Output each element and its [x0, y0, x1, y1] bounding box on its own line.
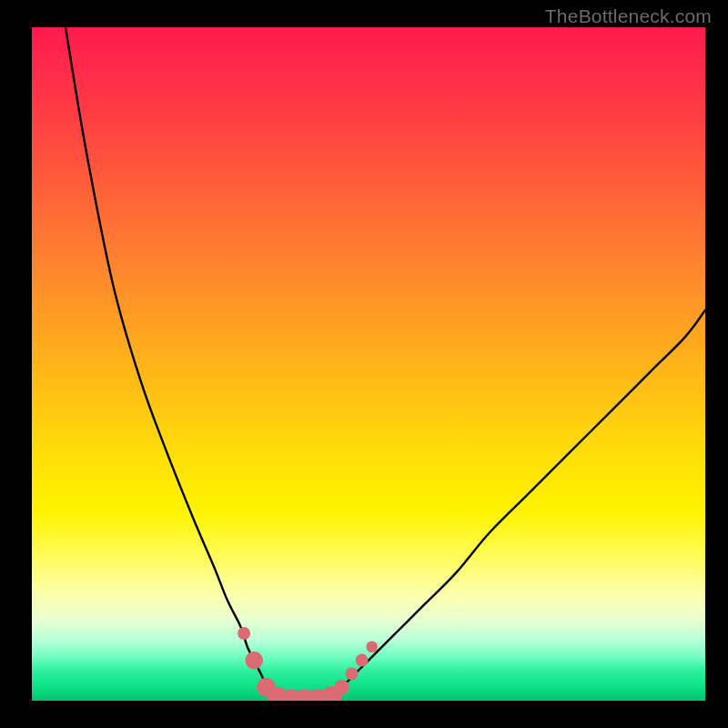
- watermark-text: TheBottleneck.com: [545, 5, 712, 27]
- valley-marker: [356, 654, 369, 667]
- valley-marker: [346, 667, 359, 680]
- bottleneck-curve: [66, 27, 705, 700]
- valley-marker: [245, 652, 263, 670]
- curve-layer: [32, 27, 705, 701]
- valley-marker: [334, 680, 349, 695]
- valley-markers: [238, 627, 378, 701]
- chart-frame: TheBottleneck.com: [0, 0, 728, 728]
- valley-marker: [366, 642, 378, 653]
- valley-marker: [238, 627, 250, 640]
- plot-area: [32, 27, 705, 701]
- curve-path: [66, 27, 705, 700]
